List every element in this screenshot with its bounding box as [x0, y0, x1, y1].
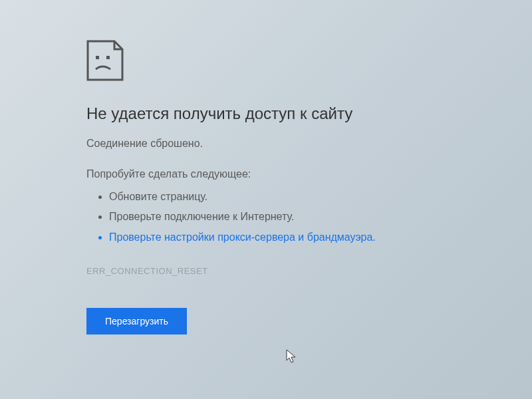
svg-rect-0	[96, 56, 99, 59]
sad-page-icon	[86, 40, 124, 81]
svg-rect-1	[106, 56, 110, 59]
suggestions-header: Попробуйте сделать следующее:	[86, 168, 532, 180]
reload-button[interactable]: Перезагрузить	[86, 308, 187, 334]
error-code: ERR_CONNECTION_RESET	[86, 266, 532, 276]
error-title: Не удается получить доступ к сайту	[86, 104, 532, 123]
mouse-cursor-icon	[286, 349, 298, 365]
suggestion-item: Обновите страницу.	[109, 187, 532, 207]
suggestion-link[interactable]: Проверьте настройки прокси-сервера и бра…	[109, 227, 532, 247]
suggestions-list: Обновите страницу. Проверьте подключение…	[86, 187, 532, 247]
suggestion-item: Проверьте подключение к Интернету.	[109, 207, 532, 227]
error-subtitle: Соединение сброшено.	[86, 138, 532, 150]
